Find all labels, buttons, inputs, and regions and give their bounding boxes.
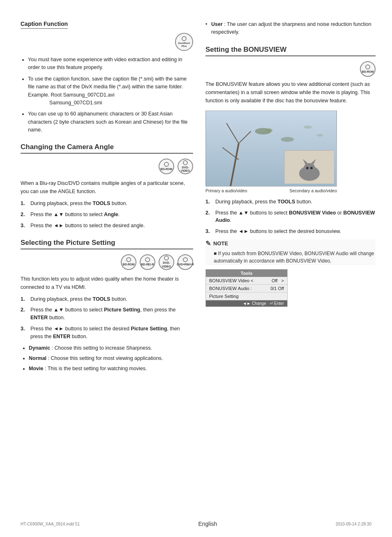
picture-badge-row: BD-ROM BD-RE/-R DVD-VIDEO DVD+RW/+R [21,254,193,270]
bdrom-icon-angle [164,162,169,167]
caption-bullet-1: You must have some experience with video… [28,56,193,72]
tools-row-picture-setting: Picture Setting [206,293,287,300]
caption-bullet-2: To use the caption function, save the ca… [28,75,193,107]
step-num: 3. [21,222,28,230]
camera-badge-row: BD-ROM DVD-VIDEO [21,159,193,174]
svg-point-16 [310,167,313,169]
tools-panel: Tools BONUSVIEW Video < Off > BONUSVIEW … [205,269,288,307]
right-column: User : The user can adjust the sharpness… [205,21,376,375]
step-num: 1. [21,200,28,207]
bonusview-step-2: 2. Press the ▲▼ buttons to select BONUSV… [205,209,376,225]
tools-panel-footer: ◄► Change ⏎ Enter [206,300,287,307]
bonusview-secondary-video [284,150,333,183]
step-text: During playback, press the TOOLS button. [30,200,127,207]
bdrom-badge-pic: BD-ROM [121,254,136,270]
tools-row-value: 0/1 Off [270,286,284,291]
dvdrw-badge-pic: DVD+RW/+R [178,254,193,270]
page-footer: HT-C6900W_XAA_0914.indd 51 English 2010-… [0,521,392,527]
camera-angle-section: Changing the Camera Angle BD-ROM DVD-VID… [21,143,193,229]
note-label: NOTE [213,240,228,247]
bonusview-badge-row: BD-ROM [205,61,376,77]
bonusview-img-labels: Primary a audio/video Secondary a audio/… [205,188,337,193]
sub-bullet-movie: Movie : This is the best setting for wat… [29,365,193,373]
footer-filename: HT-C6900W_XAA_0914.indd 51 [21,522,80,526]
divx-label: DivX/DivX Plus [176,42,192,48]
left-column: Caption Function DivX/DivX Plus You must… [21,21,193,375]
bonusview-intro: The BONUSVIEW feature allows you to view… [205,80,376,105]
bonusview-section: Setting the BONUSVIEW BD-ROM The BONUSVI… [205,46,376,307]
bonusview-step-3: 3. Press the ◄► buttons to select the de… [205,228,376,235]
picture-setting-heading: Selecting the Picture Setting [21,239,193,249]
footer-timestamp: 2010-09-14 2:28:30 [336,522,371,526]
tools-row-label: BONUSVIEW Audio : [209,286,252,291]
bdrom-label-angle: BD-ROM [161,168,173,171]
svg-point-12 [304,163,315,173]
dvdvideo-badge-angle: DVD-VIDEO [178,159,193,174]
camera-angle-steps: 1. During playback, press the TOOLS butt… [21,200,193,229]
dvdvideo-badge-pic: DVD-VIDEO [159,254,174,270]
picture-setting-steps: 1. During playback, press the TOOLS butt… [21,295,193,341]
user-bullet: User : The user can adjust the sharpness… [205,21,376,37]
step-text: Press the ◄► buttons to select the desir… [30,222,145,230]
tools-row-bonusview-audio: BONUSVIEW Audio : 0/1 Off [206,285,287,293]
divx-badge: DivX/DivX Plus [175,33,193,51]
svg-point-7 [281,137,294,142]
step-text: Press the ▲▼ buttons to select Angle. [30,211,120,219]
pic-step-2: 2. Press the ▲▼ buttons to select Pictur… [21,306,193,322]
tools-row-bonusview-video: BONUSVIEW Video < Off > [206,277,287,285]
bdrom-badge-angle: BD-ROM [159,159,174,174]
picture-setting-section: Selecting the Picture Setting BD-ROM BD-… [21,239,193,373]
step-num: 2. [21,211,28,219]
bdrer-badge-pic: BD-RE/-R [140,254,155,270]
camera-step-1: 1. During playback, press the TOOLS butt… [21,200,193,207]
bonusview-primary-label: Primary a audio/video [205,188,247,193]
camera-angle-intro: When a Blu-ray Disc/DVD contains multipl… [21,179,193,196]
note-header: ✎ NOTE [205,240,376,247]
divx-icon [182,36,187,41]
picture-setting-intro: This function lets you to adjust video q… [21,275,193,291]
bonusview-secondary-label: Secondary a audio/video [289,188,337,193]
svg-point-6 [266,128,272,132]
camera-step-2: 2. Press the ▲▼ buttons to select Angle. [21,211,193,219]
picture-sub-bullets: Dynamic : Choose this setting to increas… [21,344,193,372]
tools-panel-header: Tools [206,270,287,277]
camera-step-3: 3. Press the ◄► buttons to select the de… [21,222,193,230]
caption-badge-row: DivX/DivX Plus [21,33,193,51]
dvdvideo-icon-angle [183,160,188,165]
pic-step-1: 1. During playback, press the TOOLS butt… [21,295,193,303]
dvdvideo-label-angle: DVD-VIDEO [178,166,192,173]
caption-function-section: Caption Function DivX/DivX Plus You must… [21,21,193,134]
svg-point-8 [304,125,312,129]
bonusview-secondary-svg [285,151,334,184]
bonusview-heading: Setting the BONUSVIEW [205,46,376,56]
sub-bullet-normal: Normal : Choose this setting for most vi… [29,355,193,362]
svg-point-9 [317,134,323,136]
tools-row-value: Off > [272,278,284,283]
tools-row-label: Picture Setting [209,294,239,299]
tools-row-label: BONUSVIEW Video < [209,278,254,283]
bonusview-steps: 1. During playback, press the TOOLS butt… [205,198,376,235]
caption-function-heading: Caption Function [21,21,68,29]
bonusview-image [205,111,337,187]
caption-bullets: You must have some experience with video… [21,56,193,134]
note-icon: ✎ [205,240,211,247]
note-text: ■ If you switch from BONUSVIEW Video, BO… [205,250,376,265]
svg-point-15 [306,167,309,169]
pic-step-3: 3. Press the ◄► buttons to select the de… [21,325,193,341]
camera-angle-heading: Changing the Camera Angle [21,143,193,154]
footer-language: English [198,521,217,527]
caption-bullet-3: You can use up to 60 alphanumeric charac… [28,110,193,134]
note-box: ✎ NOTE ■ If you switch from BONUSVIEW Vi… [205,240,376,265]
bdrom-badge-bonusview: BD-ROM [360,61,376,77]
bonusview-step-1: 1. During playback, press the TOOLS butt… [205,198,376,206]
sub-bullet-dynamic: Dynamic : Choose this setting to increas… [29,344,193,352]
